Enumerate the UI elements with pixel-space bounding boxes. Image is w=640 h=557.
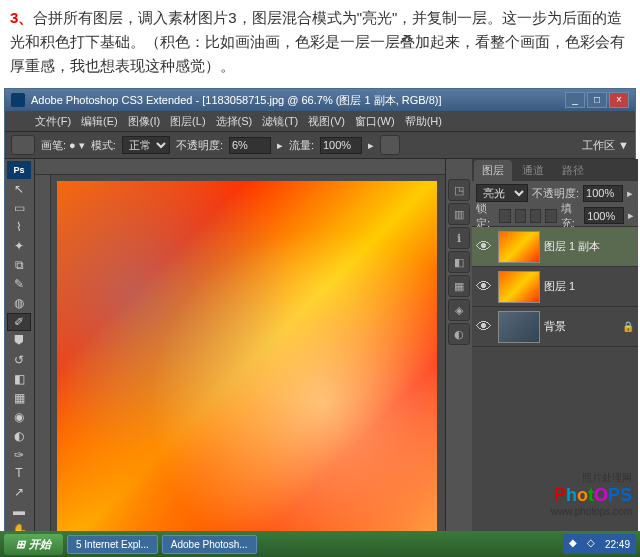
- lock-icon: 🔒: [622, 321, 636, 332]
- shape-tool[interactable]: ▬: [7, 502, 31, 520]
- tab-paths[interactable]: 路径: [554, 160, 592, 181]
- taskbar-item[interactable]: 5 Internet Expl...: [67, 535, 158, 554]
- step-number: 3、: [10, 9, 33, 26]
- lock-pixels-icon[interactable]: [515, 209, 526, 223]
- color-icon[interactable]: ◧: [448, 251, 470, 273]
- dodge-tool[interactable]: ◐: [7, 427, 31, 445]
- lock-all-icon[interactable]: [545, 209, 556, 223]
- windows-taskbar: ⊞ 开始 5 Internet Expl... Adobe Photosh...…: [0, 531, 640, 557]
- swatches-icon[interactable]: ▦: [448, 275, 470, 297]
- stamp-tool[interactable]: ⛊: [7, 332, 31, 350]
- visibility-icon[interactable]: 👁: [474, 269, 494, 305]
- watermark: 照片处理网 PhotOPS www.photops.com: [551, 471, 632, 517]
- layer-name[interactable]: 图层 1: [544, 279, 636, 294]
- mode-label: 模式:: [91, 138, 116, 153]
- fill-input[interactable]: [584, 207, 624, 224]
- tray-icon[interactable]: ◆: [569, 537, 583, 551]
- taskbar-item[interactable]: Adobe Photosh...: [162, 535, 257, 554]
- visibility-icon[interactable]: 👁: [474, 229, 494, 265]
- opacity-label: 不透明度:: [176, 138, 223, 153]
- layer-thumbnail[interactable]: [498, 231, 540, 263]
- panel-dock: ◳ ▥ ℹ ◧ ▦ ◈ ◐: [446, 159, 472, 557]
- menu-window[interactable]: 窗口(W): [351, 114, 399, 129]
- layer-blend-mode[interactable]: 亮光: [476, 184, 528, 202]
- lock-label: 锁定:: [476, 201, 495, 231]
- gradient-tool[interactable]: ▦: [7, 389, 31, 407]
- options-bar: 画笔: ● ▾ 模式: 正常 不透明度: ▸ 流量: ▸ 工作区 ▼: [5, 131, 635, 159]
- path-tool[interactable]: ↗: [7, 483, 31, 501]
- layer-opacity-label: 不透明度:: [532, 186, 579, 201]
- watermark-logo: PhotOPS: [551, 485, 632, 506]
- blend-mode-select[interactable]: 正常: [122, 136, 170, 154]
- tutorial-instruction: 3、合拼所有图层，调入素材图片3，图层混合模式为"亮光"，并复制一层。这一步为后…: [0, 0, 640, 84]
- title-bar[interactable]: Adobe Photoshop CS3 Extended - [11830587…: [5, 89, 635, 111]
- histogram-icon[interactable]: ▥: [448, 203, 470, 225]
- start-button[interactable]: ⊞ 开始: [4, 534, 63, 555]
- brush-tool[interactable]: ✐: [7, 313, 31, 331]
- layer-item[interactable]: 👁 图层 1 副本: [472, 227, 638, 267]
- brush-dropdown[interactable]: 画笔: ● ▾: [41, 138, 85, 153]
- ps-menu-icon: [11, 114, 29, 128]
- canvas-area: [35, 159, 445, 557]
- workspace: Ps ↖ ▭ ⌇ ✦ ⧉ ✎ ◍ ✐ ⛊ ↺ ◧ ▦ ◉ ◐ ✑ T ↗ ▬ ✋…: [5, 159, 635, 557]
- tab-channels[interactable]: 通道: [514, 160, 552, 181]
- document-canvas[interactable]: [57, 181, 437, 551]
- move-tool[interactable]: ↖: [7, 180, 31, 198]
- layer-name[interactable]: 背景: [544, 319, 622, 334]
- tab-layers[interactable]: 图层: [474, 160, 512, 181]
- history-brush-tool[interactable]: ↺: [7, 351, 31, 369]
- menu-file[interactable]: 文件(F): [31, 114, 75, 129]
- system-tray[interactable]: ◆ ◇ 22:49: [563, 534, 636, 554]
- menu-bar: 文件(F) 编辑(E) 图像(I) 图层(L) 选择(S) 滤镜(T) 视图(V…: [5, 111, 635, 131]
- type-tool[interactable]: T: [7, 465, 31, 483]
- layer-name[interactable]: 图层 1 副本: [544, 239, 636, 254]
- layer-thumbnail[interactable]: [498, 271, 540, 303]
- clock[interactable]: 22:49: [605, 539, 630, 550]
- flow-input[interactable]: [320, 137, 362, 154]
- toolbox: Ps ↖ ▭ ⌇ ✦ ⧉ ✎ ◍ ✐ ⛊ ↺ ◧ ▦ ◉ ◐ ✑ T ↗ ▬ ✋…: [5, 159, 35, 557]
- info-icon[interactable]: ℹ: [448, 227, 470, 249]
- menu-view[interactable]: 视图(V): [304, 114, 349, 129]
- marquee-tool[interactable]: ▭: [7, 199, 31, 217]
- ruler-horizontal[interactable]: [35, 159, 445, 175]
- airbrush-icon[interactable]: [380, 135, 400, 155]
- menu-help[interactable]: 帮助(H): [401, 114, 446, 129]
- crop-tool[interactable]: ⧉: [7, 256, 31, 274]
- opacity-input[interactable]: [229, 137, 271, 154]
- lock-transparency-icon[interactable]: [499, 209, 510, 223]
- menu-select[interactable]: 选择(S): [212, 114, 257, 129]
- maximize-button[interactable]: □: [587, 92, 607, 108]
- layer-item[interactable]: 👁 图层 1: [472, 267, 638, 307]
- navigator-icon[interactable]: ◳: [448, 179, 470, 201]
- layer-item[interactable]: 👁 背景 🔒: [472, 307, 638, 347]
- visibility-icon[interactable]: 👁: [474, 309, 494, 345]
- window-title: Adobe Photoshop CS3 Extended - [11830587…: [31, 93, 565, 108]
- layer-opacity-input[interactable]: [583, 185, 623, 202]
- workspace-menu[interactable]: 工作区 ▼: [582, 138, 629, 153]
- styles-icon[interactable]: ◈: [448, 299, 470, 321]
- eraser-tool[interactable]: ◧: [7, 370, 31, 388]
- pen-tool[interactable]: ✑: [7, 446, 31, 464]
- blur-tool[interactable]: ◉: [7, 408, 31, 426]
- tray-icon[interactable]: ◇: [587, 537, 601, 551]
- menu-filter[interactable]: 滤镜(T): [258, 114, 302, 129]
- menu-layer[interactable]: 图层(L): [166, 114, 209, 129]
- panel-tabs: 图层 通道 路径: [472, 159, 638, 181]
- eyedropper-tool[interactable]: ✎: [7, 275, 31, 293]
- layer-thumbnail[interactable]: [498, 311, 540, 343]
- lasso-tool[interactable]: ⌇: [7, 218, 31, 236]
- wand-tool[interactable]: ✦: [7, 237, 31, 255]
- close-button[interactable]: ×: [609, 92, 629, 108]
- minimize-button[interactable]: _: [565, 92, 585, 108]
- brush-preset-icon[interactable]: [11, 135, 35, 155]
- healing-tool[interactable]: ◍: [7, 294, 31, 312]
- ps-app-icon: [11, 93, 25, 107]
- windows-logo-icon: ⊞: [16, 538, 25, 551]
- menu-image[interactable]: 图像(I): [124, 114, 164, 129]
- lock-position-icon[interactable]: [530, 209, 541, 223]
- ruler-vertical[interactable]: [35, 175, 51, 557]
- adjustments-icon[interactable]: ◐: [448, 323, 470, 345]
- photoshop-window: Adobe Photoshop CS3 Extended - [11830587…: [4, 88, 636, 557]
- flow-label: 流量:: [289, 138, 314, 153]
- menu-edit[interactable]: 编辑(E): [77, 114, 122, 129]
